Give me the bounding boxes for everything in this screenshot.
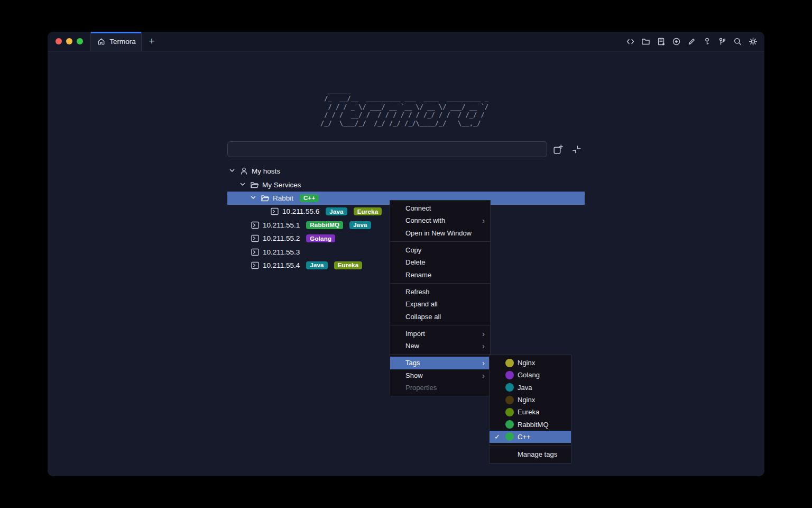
user-icon — [239, 167, 248, 176]
tree-row-my-services[interactable]: My Services — [227, 178, 585, 191]
chevron-right-icon: › — [482, 359, 485, 367]
folder-icon[interactable] — [641, 37, 650, 46]
menu-item-properties: Properties — [390, 382, 490, 394]
home-icon — [96, 37, 106, 46]
chevron-down-icon[interactable] — [239, 180, 246, 189]
tags-submenu: Nginx Golang Java Nginx Eureka RabbitMQ … — [489, 355, 571, 464]
terminal-icon — [250, 247, 260, 257]
menu-item-connect[interactable]: Connect — [390, 202, 490, 214]
tag-badge: RabbitMQ — [306, 221, 343, 229]
submenu-item-tag[interactable]: Nginx — [490, 357, 571, 369]
tag-badge: Eureka — [334, 261, 363, 269]
record-icon[interactable] — [671, 37, 681, 46]
new-tab-button[interactable]: + — [142, 32, 162, 51]
tree-label: 10.211.55.4 — [263, 261, 300, 269]
chevron-down-icon[interactable] — [228, 167, 236, 176]
tag-color-dot — [505, 359, 514, 367]
minimize-window-button[interactable] — [66, 38, 72, 44]
context-menu: Connect Connect with› Open in New Window… — [390, 200, 491, 396]
submenu-item-tag[interactable]: Nginx — [490, 394, 571, 406]
app-window: Termora + — [48, 32, 764, 476]
tag-color-dot — [505, 420, 514, 429]
menu-item-new[interactable]: New› — [390, 340, 490, 352]
close-window-button[interactable] — [56, 38, 62, 44]
edit-icon[interactable] — [687, 37, 696, 46]
chevron-right-icon: › — [482, 330, 485, 338]
tree-label: 10.211.55.3 — [263, 248, 300, 256]
folder-open-icon — [250, 180, 259, 189]
menu-separator — [490, 445, 571, 446]
log-icon[interactable] — [656, 37, 666, 46]
menu-separator — [390, 283, 490, 284]
tag-badge: Java — [349, 221, 371, 229]
menu-item-tags[interactable]: Tags› — [390, 357, 490, 369]
menu-item-collapse-all[interactable]: Collapse all — [390, 310, 490, 322]
submenu-item-tag[interactable]: Java — [490, 382, 571, 394]
code-icon[interactable] — [625, 37, 635, 46]
tag-color-dot — [505, 383, 514, 392]
tab-bar: Termora + — [48, 32, 764, 51]
tag-color-dot — [505, 432, 514, 441]
host-filter-input[interactable] — [227, 141, 547, 157]
menu-item-import[interactable]: Import› — [390, 328, 490, 340]
key-icon[interactable] — [702, 37, 712, 46]
terminal-icon — [250, 234, 260, 243]
menu-separator — [390, 325, 490, 325]
layout-icon[interactable] — [571, 144, 582, 155]
tree-label: 10.211.55.6 — [282, 207, 319, 215]
host-actions — [552, 144, 582, 155]
tab-title: Termora — [109, 38, 136, 46]
menu-item-rename[interactable]: Rename — [390, 268, 490, 280]
search-icon[interactable] — [733, 37, 742, 46]
tag-badge: Eureka — [354, 207, 382, 215]
checkmark-icon: ✓ — [494, 433, 500, 441]
menu-item-show[interactable]: Show› — [390, 369, 490, 382]
submenu-item-tag[interactable]: RabbitMQ — [490, 418, 571, 430]
chevron-right-icon: › — [482, 371, 485, 379]
menu-item-delete[interactable]: Delete — [390, 256, 490, 268]
menu-item-manage-tags[interactable]: Manage tags — [490, 448, 571, 461]
terminal-icon — [250, 220, 260, 230]
ascii-banner: ______ /_ __/__ _________ ___ ____ _____… — [320, 87, 488, 128]
chevron-right-icon: › — [482, 216, 485, 224]
terminal-icon — [270, 207, 279, 216]
menu-item-open-in-new-window[interactable]: Open in New Window — [390, 227, 490, 239]
terminal-icon — [250, 260, 260, 270]
tag-badge: Golang — [306, 234, 335, 242]
tree-row-my-hosts[interactable]: My hosts — [227, 165, 585, 178]
tree-label: My hosts — [252, 167, 280, 175]
submenu-item-tag[interactable]: Eureka — [490, 406, 571, 418]
keychain-icon[interactable] — [717, 37, 727, 46]
tag-color-dot — [505, 371, 514, 379]
window-controls — [48, 32, 91, 51]
add-host-icon[interactable] — [552, 144, 564, 155]
menu-item-connect-with[interactable]: Connect with› — [390, 214, 490, 226]
submenu-item-tag-checked[interactable]: ✓ C++ — [490, 431, 571, 443]
settings-icon[interactable] — [748, 37, 758, 46]
chevron-down-icon[interactable] — [250, 194, 257, 203]
submenu-item-tag[interactable]: Golang — [490, 369, 571, 381]
chevron-right-icon: › — [482, 342, 485, 350]
tag-badge: C++ — [300, 194, 319, 202]
tag-badge: Java — [306, 261, 327, 269]
tab-termora[interactable]: Termora — [91, 32, 142, 51]
menu-item-refresh[interactable]: Refresh — [390, 286, 490, 298]
menu-item-copy[interactable]: Copy — [390, 244, 490, 256]
maximize-window-button[interactable] — [77, 38, 83, 44]
menu-separator — [390, 354, 490, 355]
tree-label: 10.211.55.1 — [263, 221, 300, 229]
menu-separator — [390, 241, 490, 242]
tree-label: 10.211.55.2 — [263, 234, 300, 242]
tag-badge: Java — [326, 207, 347, 215]
toolbar — [625, 32, 764, 51]
tree-label: Rabbit — [273, 194, 293, 202]
folder-open-icon — [260, 193, 270, 203]
tag-color-dot — [505, 396, 514, 404]
tag-color-dot — [505, 408, 514, 416]
menu-item-expand-all[interactable]: Expand all — [390, 298, 490, 310]
tree-label: My Services — [262, 181, 301, 189]
